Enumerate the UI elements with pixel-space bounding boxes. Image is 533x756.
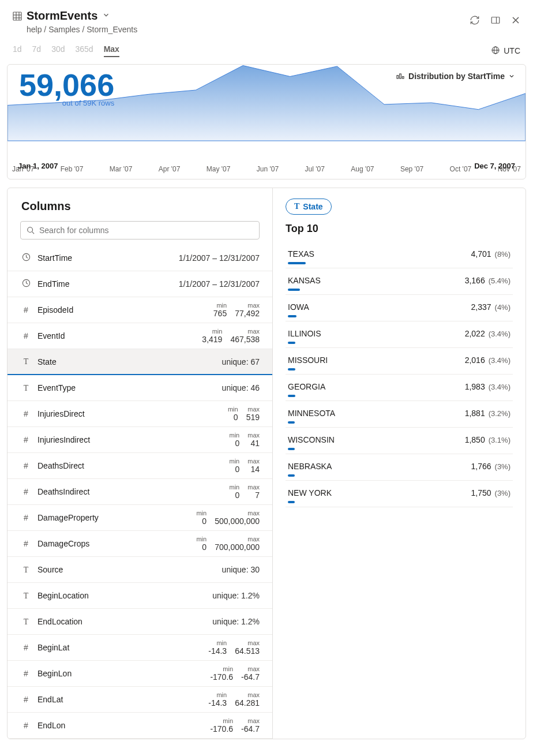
selected-column-pill[interactable]: T State [286, 199, 332, 215]
top-item-value: 1,850 [465, 435, 485, 444]
column-item-deathsindirect[interactable]: # DeathsIndirect min0 max7 [7, 479, 272, 505]
x-tick: Jan '07 [12, 165, 34, 173]
top-item-georgia[interactable]: GEORGIA 1,983 (3.4%) [286, 375, 513, 401]
column-name: DeathsDirect [37, 461, 229, 470]
x-tick: Sep '07 [400, 165, 423, 173]
column-name: InjuriesDirect [37, 409, 228, 418]
range-tab-30d[interactable]: 30d [51, 44, 65, 57]
column-item-deathsdirect[interactable]: # DeathsDirect min0 max14 [7, 453, 272, 479]
timezone-label[interactable]: UTC [504, 46, 520, 55]
column-name: State [37, 357, 222, 366]
column-item-injuriesdirect[interactable]: # InjuriesDirect min0 max519 [7, 401, 272, 427]
num-type-icon: # [20, 539, 32, 548]
top-item-pct: (3.1%) [489, 436, 511, 444]
top-item-minnesota[interactable]: MINNESOTA 1,881 (3.2%) [286, 401, 513, 428]
num-type-icon: # [20, 669, 32, 678]
svg-rect-0 [13, 12, 21, 20]
top-item-wisconsin[interactable]: WISCONSIN 1,850 (3.1%) [286, 428, 513, 454]
column-item-endlocation[interactable]: T EndLocation unique: 1.2% [7, 609, 272, 635]
column-item-starttime[interactable]: StartTime 1/1/2007 – 12/31/2007 [7, 245, 272, 271]
column-summary: unique: 46 [222, 383, 260, 392]
text-type-icon: T [20, 383, 32, 393]
panel-icon[interactable] [490, 15, 501, 27]
search-columns-input[interactable] [20, 221, 260, 239]
top-item-name: KANSAS [288, 276, 465, 285]
column-name: InjuriesIndirect [37, 435, 229, 444]
svg-rect-5 [491, 17, 500, 24]
column-name: EpisodeId [37, 305, 213, 315]
top-item-name: WISCONSIN [288, 435, 465, 444]
column-item-eventtype[interactable]: T EventType unique: 46 [7, 375, 272, 401]
range-tab-max[interactable]: Max [104, 44, 119, 57]
close-icon[interactable] [511, 16, 520, 27]
column-summary: unique: 67 [222, 357, 260, 366]
column-item-damageproperty[interactable]: # DamageProperty min0 max500,000,000 [7, 505, 272, 531]
top-item-iowa[interactable]: IOWA 2,337 (4%) [286, 295, 513, 321]
num-type-icon: # [20, 409, 32, 418]
column-name: BeginLocation [37, 591, 212, 600]
text-type-icon: T [294, 202, 299, 211]
text-type-icon: T [20, 591, 32, 601]
top-item-missouri[interactable]: MISSOURI 2,016 (3.4%) [286, 348, 513, 375]
top-item-name: NEW YORK [288, 488, 471, 497]
column-item-beginlocation[interactable]: T BeginLocation unique: 1.2% [7, 583, 272, 609]
x-tick: Feb '07 [61, 165, 84, 173]
top-n-title: Top 10 [286, 223, 513, 235]
column-item-endlat[interactable]: # EndLat min-14.3 max64.281 [7, 687, 272, 713]
column-name: EndLat [37, 695, 208, 704]
x-tick: Aug '07 [351, 165, 374, 173]
top-item-nebraska[interactable]: NEBRASKA 1,766 (3%) [286, 454, 513, 481]
top-item-value: 2,337 [471, 302, 491, 312]
chevron-down-icon[interactable] [102, 11, 110, 21]
column-name: BeginLat [37, 643, 208, 652]
columns-heading: Columns [7, 188, 272, 221]
x-tick: Oct '07 [450, 165, 472, 173]
column-name: EventType [37, 383, 222, 392]
range-tab-7d[interactable]: 7d [32, 44, 42, 57]
distribution-selector[interactable]: Distribution by StartTime [396, 72, 515, 81]
column-item-eventid[interactable]: # EventId min3,419 max467,538 [7, 323, 272, 349]
breadcrumb: help / Samples / Storm_Events [27, 25, 470, 34]
text-type-icon: T [20, 617, 32, 627]
column-item-beginlat[interactable]: # BeginLat min-14.3 max64.513 [7, 635, 272, 661]
range-tab-365d[interactable]: 365d [76, 44, 93, 57]
column-item-endlon[interactable]: # EndLon min-170.6 max-64.7 [7, 713, 272, 739]
top-item-pct: (5.4%) [489, 276, 511, 285]
column-summary: 1/1/2007 – 12/31/2007 [179, 253, 260, 263]
column-name: EndLocation [37, 617, 212, 626]
num-type-icon: # [20, 331, 32, 340]
svg-rect-14 [402, 77, 404, 78]
range-tab-1d[interactable]: 1d [13, 44, 22, 57]
top-item-pct: (3.4%) [489, 356, 511, 365]
top-item-name: MISSOURI [288, 355, 465, 365]
column-name: DamageProperty [37, 513, 196, 522]
column-item-source[interactable]: T Source unique: 30 [7, 557, 272, 583]
top-item-name: IOWA [288, 302, 471, 312]
column-item-episodeid[interactable]: # EpisodeId min765 max77,492 [7, 297, 272, 323]
text-type-icon: T [20, 565, 32, 575]
top-item-value: 1,766 [471, 462, 491, 471]
top-item-name: NEBRASKA [288, 462, 471, 471]
column-summary: unique: 1.2% [212, 617, 260, 626]
column-name: EventId [37, 331, 202, 340]
top-item-texas[interactable]: TEXAS 4,701 (8%) [286, 242, 513, 268]
column-summary: unique: 1.2% [212, 591, 260, 600]
globe-icon [491, 46, 500, 57]
top-item-name: GEORGIA [288, 382, 465, 391]
top-item-value: 1,750 [471, 488, 491, 497]
column-item-beginlon[interactable]: # BeginLon min-170.6 max-64.7 [7, 661, 272, 687]
column-item-endtime[interactable]: EndTime 1/1/2007 – 12/31/2007 [7, 271, 272, 297]
time-type-icon [20, 279, 32, 289]
top-item-pct: (3.4%) [489, 330, 511, 338]
top-item-kansas[interactable]: KANSAS 3,166 (5.4%) [286, 268, 513, 295]
top-item-new-york[interactable]: NEW YORK 1,750 (3%) [286, 481, 513, 507]
column-item-state[interactable]: T State unique: 67 [7, 349, 272, 375]
column-item-injuriesindirect[interactable]: # InjuriesIndirect min0 max41 [7, 427, 272, 453]
column-name: EndTime [37, 279, 179, 289]
search-icon [27, 226, 35, 234]
top-item-value: 2,022 [465, 329, 485, 338]
refresh-icon[interactable] [470, 15, 480, 27]
top-item-pct: (3%) [495, 462, 511, 471]
top-item-illinois[interactable]: ILLINOIS 2,022 (3.4%) [286, 321, 513, 348]
column-item-damagecrops[interactable]: # DamageCrops min0 max700,000,000 [7, 531, 272, 557]
